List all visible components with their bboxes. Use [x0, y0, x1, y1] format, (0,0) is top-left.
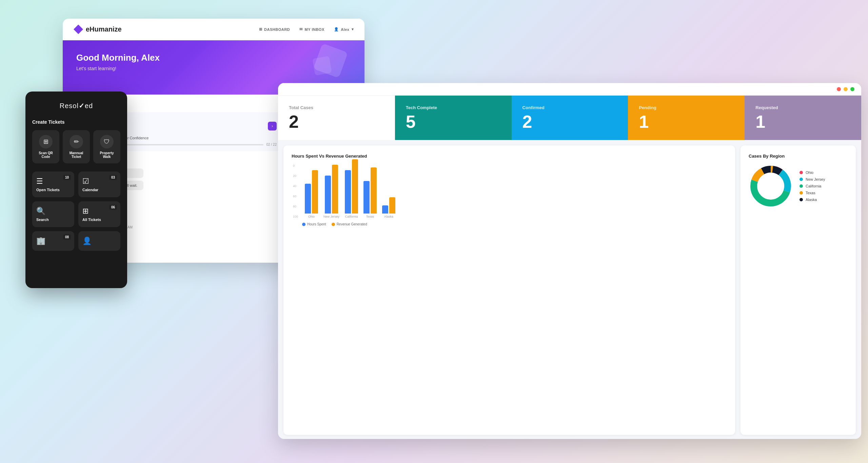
- course-arrow-button[interactable]: ›: [268, 122, 277, 130]
- texas-dot: [800, 191, 803, 195]
- bar-group-texas: Texas: [363, 167, 377, 218]
- person-item[interactable]: 👤: [78, 231, 120, 251]
- open-tickets-item[interactable]: 10 ☰ Open Tickets: [32, 172, 74, 197]
- legend-ohio: Ohio: [800, 170, 825, 175]
- dashboard-icon: ⊞: [259, 27, 262, 32]
- stat-tech-number: 5: [406, 113, 501, 130]
- bar-label-newjersey: New Jersey: [323, 215, 339, 218]
- calendar-item[interactable]: 03 ☑ Calendar: [78, 172, 120, 197]
- bar-chart-inner: Ohio New Jersey: [302, 164, 727, 226]
- window-minimize-button[interactable]: [844, 87, 848, 91]
- stat-confirmed-number: 2: [522, 113, 617, 130]
- bar-chart-area: Hours Spent Vs Revenue Generated 100 80 …: [283, 145, 735, 435]
- nav-inbox[interactable]: ✉ MY INBOX: [299, 27, 324, 32]
- donut-chart-title: Cases By Region: [749, 154, 848, 159]
- edit-icon: ✏: [70, 135, 83, 148]
- bar-ohio-revenue: [312, 170, 318, 214]
- ehumanize-header: eHumanize ⊞ DASHBOARD ✉ MY INBOX 👤 Alex …: [63, 19, 364, 40]
- bar-ca-hours: [345, 170, 351, 214]
- donut-container: Ohio New Jersey California Texas: [749, 164, 848, 208]
- bar-y-axis: 100 80 60 40 20 0: [292, 164, 299, 218]
- dashboard-header: [278, 83, 861, 96]
- window-maximize-button[interactable]: [850, 87, 854, 91]
- bar-nj-revenue: [332, 165, 338, 214]
- stat-pending: Pending 1: [628, 96, 745, 140]
- nav-user[interactable]: 👤 Alex ▾: [334, 27, 354, 32]
- bar-ca-revenue: [352, 159, 358, 214]
- all-tickets-label: All Tickets: [82, 218, 101, 222]
- bar-chart-legend: Hours Spent Revenue Generated: [302, 222, 727, 226]
- stat-total: Total Cases 2: [278, 96, 395, 140]
- stat-requested: Requested 1: [745, 96, 861, 140]
- progress-text: 02 / 22: [266, 143, 277, 146]
- ehumanize-logo: eHumanize: [74, 25, 122, 34]
- dashboard-charts-row: Hours Spent Vs Revenue Generated 100 80 …: [278, 140, 861, 439]
- california-dot: [800, 184, 803, 188]
- bars-newjersey: [325, 165, 338, 214]
- chevron-down-icon: ▾: [352, 27, 354, 32]
- donut-legend: Ohio New Jersey California Texas: [800, 170, 825, 202]
- search-label: Search: [36, 218, 49, 222]
- ticket-actions: ⊞ Scan QR Code ✏ Mannual Ticket 🛡 Proper…: [32, 130, 120, 163]
- property-walk-label: Property Walk: [96, 151, 118, 159]
- bar-ohio-hours: [305, 184, 311, 214]
- bar-tx-revenue: [371, 167, 377, 214]
- nav-dashboard[interactable]: ⊞ DASHBOARD: [259, 27, 290, 32]
- all-tickets-icon: ⊞: [82, 207, 88, 216]
- search-item[interactable]: 🔍 Search: [32, 201, 74, 227]
- donut-chart-area: Cases By Region Ohio: [741, 145, 856, 435]
- stat-confirmed: Confirmed 2: [512, 96, 628, 140]
- bar-chart-title: Hours Spent Vs Revenue Generated: [292, 154, 727, 159]
- stat-requested-label: Requested: [755, 105, 850, 110]
- window-close-button[interactable]: [837, 87, 841, 91]
- qr-icon: ⊞: [39, 135, 53, 148]
- bars-ohio: [305, 170, 318, 214]
- all-tickets-item[interactable]: 06 ⊞ All Tickets: [78, 201, 120, 227]
- stat-total-label: Total Cases: [289, 105, 384, 110]
- legend-texas: Texas: [800, 191, 825, 195]
- manual-ticket-button[interactable]: ✏ Mannual Ticket: [63, 130, 90, 163]
- hero-subtitle: Let's start learning!: [76, 66, 351, 71]
- legend-revenue-dot: [332, 223, 335, 226]
- bar-label-ohio: Ohio: [308, 215, 315, 218]
- bar-label-alaska: Alaska: [384, 215, 393, 218]
- calendar-icon: ☑: [82, 177, 89, 186]
- legend-revenue: Revenue Generated: [332, 222, 367, 226]
- stat-tech-label: Tech Complete: [406, 105, 501, 110]
- bar-ak-hours: [382, 205, 388, 214]
- bars-texas: [363, 167, 377, 214]
- scan-qr-button[interactable]: ⊞ Scan QR Code: [32, 130, 59, 163]
- open-tickets-badge: 10: [63, 175, 71, 180]
- bar-group-california: California: [345, 159, 358, 218]
- building-badge: 08: [63, 235, 71, 240]
- bar-nj-hours: [325, 176, 331, 214]
- scan-qr-label: Scan QR Code: [35, 151, 57, 159]
- legend-california: California: [800, 184, 825, 188]
- person-icon: 👤: [82, 237, 92, 245]
- bar-tx-hours: [363, 181, 370, 214]
- stat-total-number: 2: [289, 113, 384, 130]
- bar-ak-revenue: [389, 197, 395, 214]
- open-tickets-label: Open Tickets: [36, 188, 60, 192]
- newjersey-dot: [800, 178, 803, 181]
- legend-hours-dot: [302, 223, 305, 226]
- ehumanize-nav: ⊞ DASHBOARD ✉ MY INBOX 👤 Alex ▾: [259, 27, 354, 32]
- create-tickets-title: Create Tickets: [32, 119, 120, 125]
- stat-requested-number: 1: [755, 113, 850, 130]
- bars-california: [345, 159, 358, 214]
- all-tickets-badge: 06: [109, 205, 117, 210]
- bar-label-texas: Texas: [366, 215, 374, 218]
- tickets-list-icon: ☰: [36, 177, 43, 186]
- manual-ticket-label: Mannual Ticket: [65, 151, 87, 159]
- alaska-dot: [800, 198, 803, 201]
- bar-group-alaska: Alaska: [382, 197, 395, 218]
- building-item[interactable]: 08 🏢: [32, 231, 74, 251]
- hero-greeting: Good Morning, Alex: [76, 53, 351, 63]
- hero-decoration-2: [312, 56, 332, 76]
- legend-newjersey: New Jersey: [800, 177, 825, 181]
- building-icon: 🏢: [36, 237, 45, 245]
- calendar-badge: 03: [109, 175, 117, 180]
- property-walk-button[interactable]: 🛡 Property Walk: [93, 130, 120, 163]
- calendar-label: Calendar: [82, 188, 98, 192]
- resolved-logo: Resol✓ed: [32, 102, 120, 110]
